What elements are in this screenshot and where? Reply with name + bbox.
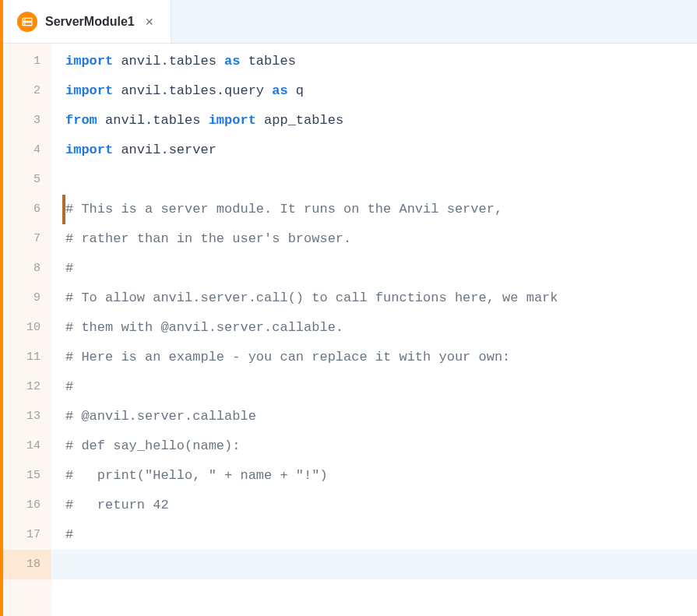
code-token: import <box>65 83 113 98</box>
code-token: # <box>65 261 73 276</box>
code-token: import <box>65 54 113 69</box>
line-number: 2 <box>3 76 40 106</box>
code-token: anvil.server <box>113 143 216 157</box>
code-token: anvil.tables.query <box>113 83 272 98</box>
code-area[interactable]: 123456789101112131415161718 import anvil… <box>3 44 697 616</box>
tab-label: ServerModule1 <box>45 15 135 29</box>
line-number: 3 <box>3 106 40 136</box>
svg-point-2 <box>24 19 25 19</box>
code-token: # return 42 <box>65 498 169 512</box>
code-line[interactable] <box>65 165 697 195</box>
line-number: 7 <box>3 224 40 254</box>
close-icon[interactable]: × <box>143 15 157 29</box>
code-line[interactable]: from anvil.tables import app_tables <box>65 106 697 136</box>
code-line[interactable]: # rather than in the user's browser. <box>65 224 697 254</box>
line-number: 9 <box>3 283 40 313</box>
line-number: 11 <box>3 343 40 372</box>
code-token: # To allow anvil.server.call() to call f… <box>65 290 558 305</box>
code-token: # @anvil.server.callable <box>65 409 256 424</box>
code-token: tables <box>240 54 295 69</box>
code-token: # <box>65 379 73 394</box>
svg-point-3 <box>24 23 25 24</box>
line-number: 16 <box>3 491 40 520</box>
editor-container: ServerModule1 × 123456789101112131415161… <box>0 0 697 616</box>
code-token: app_tables <box>256 113 343 128</box>
tab-servermodule1[interactable]: ServerModule1 × <box>3 0 171 43</box>
code-token: # Here is an example - you can replace i… <box>65 350 510 364</box>
code-lines[interactable]: import anvil.tables as tablesimport anvi… <box>51 44 697 616</box>
code-line[interactable]: # return 42 <box>65 491 697 520</box>
code-token: # def say_hello(name): <box>65 438 240 453</box>
server-module-icon <box>17 12 37 32</box>
line-number: 4 <box>3 136 40 165</box>
code-line[interactable]: import anvil.tables.query as q <box>65 76 697 106</box>
code-line[interactable]: import anvil.server <box>65 136 697 165</box>
code-line[interactable]: # <box>65 254 697 283</box>
code-token: as <box>272 83 287 98</box>
line-number: 12 <box>3 372 40 402</box>
code-line[interactable]: # This is a server module. It runs on th… <box>65 195 697 224</box>
code-token: as <box>224 54 240 69</box>
line-number: 17 <box>3 520 40 550</box>
line-number: 1 <box>3 47 40 76</box>
line-number: 14 <box>3 431 40 461</box>
line-number: 13 <box>3 402 40 431</box>
code-line[interactable]: # Here is an example - you can replace i… <box>65 343 697 372</box>
code-token: # print("Hello, " + name + "!") <box>65 468 328 483</box>
code-line[interactable] <box>51 550 697 579</box>
code-token: import <box>209 113 256 128</box>
code-token: # This is a server module. It runs on th… <box>65 202 502 216</box>
code-line[interactable]: # def say_hello(name): <box>65 431 697 461</box>
code-token: from <box>65 113 97 128</box>
code-line[interactable]: # print("Hello, " + name + "!") <box>65 461 697 491</box>
tab-bar: ServerModule1 × <box>3 0 697 44</box>
code-line[interactable]: # <box>65 520 697 550</box>
code-token: import <box>65 143 113 157</box>
line-number: 15 <box>3 461 40 491</box>
line-number: 8 <box>3 254 40 283</box>
code-line[interactable]: # To allow anvil.server.call() to call f… <box>65 283 697 313</box>
code-line[interactable]: # them with @anvil.server.callable. <box>65 313 697 343</box>
line-number: 18 <box>3 550 51 579</box>
code-token: # rather than in the user's browser. <box>65 231 351 246</box>
line-number: 10 <box>3 313 40 343</box>
code-token: # them with @anvil.server.callable. <box>65 320 343 335</box>
code-line[interactable]: # @anvil.server.callable <box>65 402 697 431</box>
focus-marker <box>62 195 65 224</box>
code-line[interactable]: import anvil.tables as tables <box>65 47 697 76</box>
code-token: q <box>288 83 304 98</box>
gutter: 123456789101112131415161718 <box>3 44 51 616</box>
code-token: anvil.tables <box>97 113 209 128</box>
code-token: anvil.tables <box>113 54 224 69</box>
code-line[interactable]: # <box>65 372 697 402</box>
line-number: 6 <box>3 195 40 224</box>
line-number: 5 <box>3 165 40 195</box>
code-token: # <box>65 527 73 542</box>
